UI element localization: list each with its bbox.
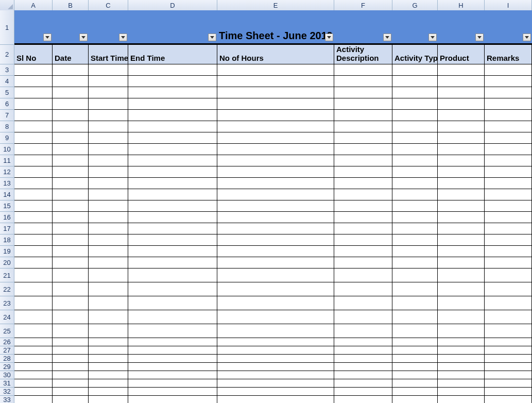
cell-E31[interactable]: [217, 379, 334, 388]
cell-A22[interactable]: [14, 282, 53, 296]
cell-B16[interactable]: [53, 212, 89, 223]
cell-H3[interactable]: [438, 64, 485, 76]
col-header-H[interactable]: H: [438, 0, 485, 10]
cell-B7[interactable]: [53, 110, 89, 121]
cell-D31[interactable]: [128, 379, 217, 388]
cell-D1[interactable]: [128, 10, 217, 45]
cell-A8[interactable]: [14, 121, 53, 132]
filter-button-I[interactable]: [523, 33, 531, 41]
cell-I23[interactable]: [485, 296, 532, 310]
cell-I12[interactable]: [485, 166, 532, 178]
cell-I21[interactable]: [485, 268, 532, 282]
cell-H14[interactable]: [438, 189, 485, 200]
cell-A1[interactable]: [14, 10, 53, 45]
cell-B10[interactable]: [53, 144, 89, 155]
cell-F17[interactable]: [334, 223, 392, 234]
cell-E7[interactable]: [217, 110, 334, 121]
cell-I18[interactable]: [485, 234, 532, 246]
cell-G11[interactable]: [392, 155, 438, 166]
cell-B25[interactable]: [53, 324, 89, 338]
cell-E18[interactable]: [217, 234, 334, 246]
cell-C1[interactable]: [89, 10, 128, 45]
cell-F27[interactable]: [334, 346, 392, 355]
cell-H32[interactable]: [438, 388, 485, 396]
cell-C24[interactable]: [89, 310, 128, 324]
cell-H25[interactable]: [438, 324, 485, 338]
cell-D30[interactable]: [128, 371, 217, 379]
cell-A33[interactable]: [14, 396, 53, 403]
cell-E12[interactable]: [217, 166, 334, 178]
cell-C26[interactable]: [89, 338, 128, 346]
row-header-18[interactable]: 18: [0, 234, 14, 246]
col-header-B[interactable]: B: [53, 0, 89, 10]
cell-G5[interactable]: [392, 87, 438, 98]
cell-B19[interactable]: [53, 246, 89, 257]
cell-F8[interactable]: [334, 121, 392, 132]
row-header-20[interactable]: 20: [0, 257, 14, 268]
cell-A27[interactable]: [14, 346, 53, 355]
cell-F1[interactable]: [334, 10, 392, 45]
cell-B24[interactable]: [53, 310, 89, 324]
cell-G15[interactable]: [392, 200, 438, 212]
cell-C19[interactable]: [89, 246, 128, 257]
cell-C14[interactable]: [89, 189, 128, 200]
cell-I7[interactable]: [485, 110, 532, 121]
cell-C27[interactable]: [89, 346, 128, 355]
cell-G33[interactable]: [392, 396, 438, 403]
cell-D12[interactable]: [128, 166, 217, 178]
col-header-E[interactable]: E: [217, 0, 334, 10]
cell-I13[interactable]: [485, 178, 532, 189]
cell-D28[interactable]: [128, 355, 217, 363]
cell-E23[interactable]: [217, 296, 334, 310]
cell-F30[interactable]: [334, 371, 392, 379]
cell-G9[interactable]: [392, 132, 438, 144]
cell-H20[interactable]: [438, 257, 485, 268]
cell-A20[interactable]: [14, 257, 53, 268]
cell-D24[interactable]: [128, 310, 217, 324]
cell-C21[interactable]: [89, 268, 128, 282]
cell-B13[interactable]: [53, 178, 89, 189]
cell-C12[interactable]: [89, 166, 128, 178]
cell-A16[interactable]: [14, 212, 53, 223]
header-slno[interactable]: Sl No: [14, 45, 53, 64]
cell-B4[interactable]: [53, 76, 89, 87]
cell-B14[interactable]: [53, 189, 89, 200]
cell-A7[interactable]: [14, 110, 53, 121]
cell-C33[interactable]: [89, 396, 128, 403]
cell-B26[interactable]: [53, 338, 89, 346]
cell-B11[interactable]: [53, 155, 89, 166]
cell-A28[interactable]: [14, 355, 53, 363]
cell-D27[interactable]: [128, 346, 217, 355]
cell-C10[interactable]: [89, 144, 128, 155]
cell-G3[interactable]: [392, 64, 438, 76]
cell-F21[interactable]: [334, 268, 392, 282]
cell-F32[interactable]: [334, 388, 392, 396]
cell-D10[interactable]: [128, 144, 217, 155]
cell-I10[interactable]: [485, 144, 532, 155]
cell-A32[interactable]: [14, 388, 53, 396]
cell-C22[interactable]: [89, 282, 128, 296]
row-header-23[interactable]: 23: [0, 296, 14, 310]
cell-A18[interactable]: [14, 234, 53, 246]
cell-I25[interactable]: [485, 324, 532, 338]
cell-F6[interactable]: [334, 98, 392, 110]
cell-H21[interactable]: [438, 268, 485, 282]
col-header-C[interactable]: C: [89, 0, 128, 10]
cell-G10[interactable]: [392, 144, 438, 155]
cell-D13[interactable]: [128, 178, 217, 189]
cell-H12[interactable]: [438, 166, 485, 178]
cell-E33[interactable]: [217, 396, 334, 403]
row-header-9[interactable]: 9: [0, 132, 14, 144]
cell-H5[interactable]: [438, 87, 485, 98]
cell-E20[interactable]: [217, 257, 334, 268]
cell-D3[interactable]: [128, 64, 217, 76]
header-product[interactable]: Product: [438, 45, 485, 64]
cell-I3[interactable]: [485, 64, 532, 76]
cell-G8[interactable]: [392, 121, 438, 132]
cell-F3[interactable]: [334, 64, 392, 76]
cell-F10[interactable]: [334, 144, 392, 155]
cell-H6[interactable]: [438, 98, 485, 110]
cell-B29[interactable]: [53, 363, 89, 371]
cell-D5[interactable]: [128, 87, 217, 98]
cell-D4[interactable]: [128, 76, 217, 87]
